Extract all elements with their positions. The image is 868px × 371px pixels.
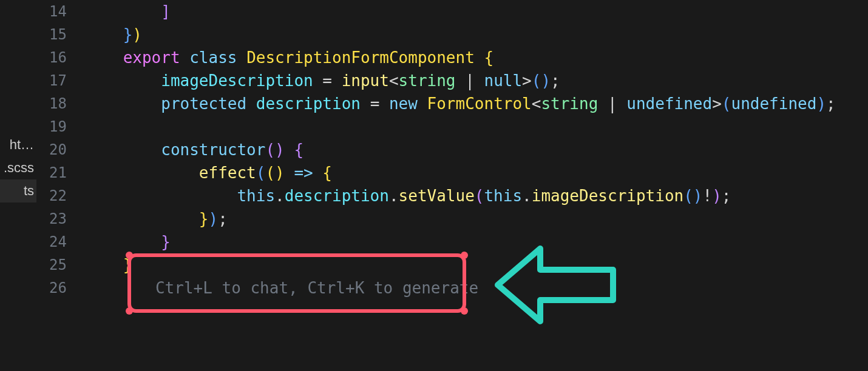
line-number: 20 xyxy=(42,138,85,161)
line-content[interactable]: ] xyxy=(85,0,171,23)
line-content[interactable]: }) xyxy=(85,23,142,46)
code-line[interactable]: 20 constructor() { xyxy=(42,138,868,161)
line-content[interactable]: }); xyxy=(85,207,228,230)
line-number: 14 xyxy=(42,0,85,23)
line-number: 25 xyxy=(42,253,85,276)
line-number: 17 xyxy=(42,69,85,92)
line-number: 15 xyxy=(42,23,85,46)
code-line-cursor[interactable]: 26 Ctrl+L to chat, Ctrl+K to generate xyxy=(42,276,868,299)
code-editor[interactable]: 14 ]15 })16 export class DescriptionForm… xyxy=(36,0,868,371)
line-content[interactable]: imageDescription = input<string | null>(… xyxy=(85,69,560,92)
code-line[interactable]: 15 }) xyxy=(42,23,868,46)
file-tab-scss[interactable]: .scss xyxy=(0,156,36,179)
code-line[interactable]: 23 }); xyxy=(42,207,868,230)
code-line[interactable]: 19 xyxy=(42,115,868,138)
code-line[interactable]: 18 protected description = new FormContr… xyxy=(42,92,868,115)
line-number: 16 xyxy=(42,46,85,69)
line-content[interactable]: effect(() => { xyxy=(85,161,332,184)
file-tabs-panel: ht… .scss ts xyxy=(0,0,36,371)
line-number: 26 xyxy=(42,279,85,296)
line-number: 18 xyxy=(42,92,85,115)
line-number: 22 xyxy=(42,184,85,207)
code-line[interactable]: 22 this.description.setValue(this.imageD… xyxy=(42,184,868,207)
file-tab-html[interactable]: ht… xyxy=(0,133,36,156)
line-content[interactable]: } xyxy=(85,230,171,253)
code-line[interactable]: 16 export class DescriptionFormComponent… xyxy=(42,46,868,69)
code-line[interactable]: 21 effect(() => { xyxy=(42,161,868,184)
file-tab-ts[interactable]: ts xyxy=(0,179,36,202)
inline-suggestion-placeholder: Ctrl+L to chat, Ctrl+K to generate xyxy=(155,279,478,297)
line-content[interactable]: protected description = new FormControl<… xyxy=(85,92,836,115)
line-number: 23 xyxy=(42,207,85,230)
line-number: 19 xyxy=(42,115,85,138)
line-number: 24 xyxy=(42,230,85,253)
line-content[interactable]: constructor() { xyxy=(85,138,303,161)
code-line[interactable]: 14 ] xyxy=(42,0,868,23)
line-content[interactable]: export class DescriptionFormComponent { xyxy=(85,46,493,69)
line-number: 21 xyxy=(42,161,85,184)
line-content[interactable]: this.description.setValue(this.imageDesc… xyxy=(85,184,731,207)
code-line[interactable]: 24 } xyxy=(42,230,868,253)
code-line[interactable]: 17 imageDescription = input<string | nul… xyxy=(42,69,868,92)
